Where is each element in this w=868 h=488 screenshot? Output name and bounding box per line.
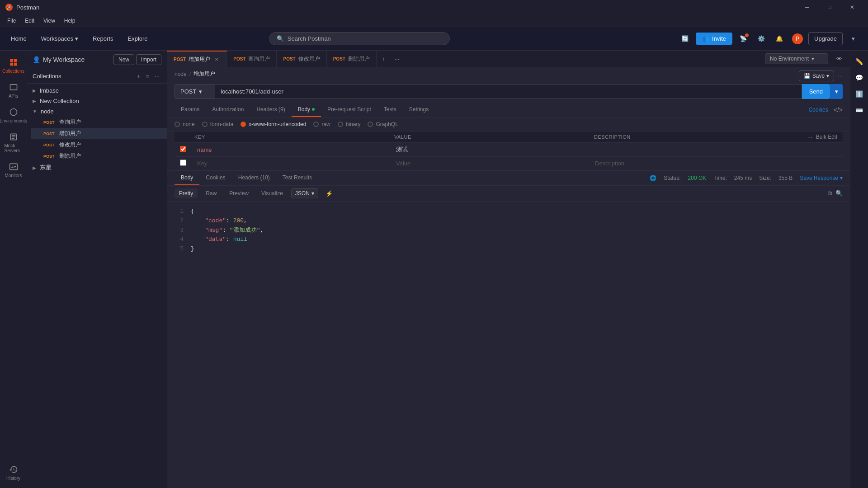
search-bar[interactable]: 🔍 Search Postman: [269, 32, 450, 45]
minimize-button[interactable]: ─: [797, 0, 817, 14]
sidebar-item-collections[interactable]: Collections: [3, 54, 24, 77]
more-tabs-icon[interactable]: ···: [391, 56, 403, 62]
resp-tab-cookies[interactable]: Cookies: [199, 171, 231, 185]
json-type-selector[interactable]: JSON ▾: [291, 188, 318, 198]
search-placeholder: Search Postman: [288, 35, 331, 42]
body-none[interactable]: none: [175, 121, 195, 127]
collection-dongxing[interactable]: ▶ 东星: [27, 162, 167, 174]
tab-settings[interactable]: Settings: [403, 103, 435, 117]
body-raw[interactable]: raw: [313, 121, 330, 127]
tab-close-icon[interactable]: ✕: [213, 56, 220, 63]
kv-desc-placeholder[interactable]: Description: [590, 157, 788, 169]
kv-key-placeholder[interactable]: Key: [192, 157, 391, 169]
endpoint-query-user[interactable]: POST 查询用户: [31, 117, 167, 128]
tab-delete-user[interactable]: POST 删除用户: [327, 51, 377, 67]
settings-icon[interactable]: ⚙️: [754, 32, 769, 46]
body-form-data[interactable]: form-data: [202, 121, 233, 127]
eye-icon[interactable]: 👁: [832, 52, 846, 66]
tab-params[interactable]: Params: [175, 103, 206, 117]
menu-help[interactable]: Help: [61, 17, 79, 25]
resp-tab-body[interactable]: Body: [175, 171, 199, 185]
nav-explore[interactable]: Explore: [124, 33, 151, 44]
comment-icon[interactable]: 💬: [852, 70, 867, 85]
right-sidebar: ✏️ 💬 ℹ️ ⌨️: [850, 51, 868, 488]
body-binary[interactable]: binary: [338, 121, 361, 127]
tab-query-user[interactable]: POST 查询用户: [227, 51, 277, 67]
postman-icon[interactable]: P: [790, 32, 805, 46]
edit-icon[interactable]: ✏️: [852, 54, 867, 69]
json-line-5: 5 }: [175, 244, 843, 254]
send-dropdown-button[interactable]: ▾: [830, 84, 843, 99]
menu-file[interactable]: File: [4, 17, 19, 25]
nav-workspaces[interactable]: Workspaces ▾: [38, 33, 82, 44]
new-button[interactable]: New: [113, 54, 134, 65]
endpoint-delete-user[interactable]: POST 删除用户: [31, 150, 167, 162]
sidebar-item-monitors[interactable]: Monitors: [3, 159, 24, 182]
more-options-icon[interactable]: ···: [838, 72, 843, 79]
environment-selector[interactable]: No Environment ▾: [765, 53, 828, 64]
tab-pre-request[interactable]: Pre-request Script: [321, 103, 377, 117]
shortcut-icon[interactable]: ⌨️: [852, 103, 867, 117]
kv-key-name[interactable]: name: [192, 144, 391, 156]
kv-value-test[interactable]: 测试: [391, 143, 590, 156]
tab-body[interactable]: Body: [292, 103, 321, 117]
tab-authorization[interactable]: Authorization: [206, 103, 250, 117]
sync-icon[interactable]: 🔄: [678, 32, 692, 46]
cookies-link[interactable]: Cookies: [808, 107, 828, 113]
add-tab-button[interactable]: +: [377, 56, 391, 62]
method-selector[interactable]: POST ▾: [175, 84, 215, 99]
collection-node-header[interactable]: ▼ node: [27, 106, 167, 117]
chevron-right-icon: ▶: [33, 165, 36, 170]
info-icon[interactable]: ℹ️: [852, 87, 867, 101]
endpoint-add-user[interactable]: POST 增加用户: [31, 128, 167, 139]
copy-icon[interactable]: ⧉: [828, 190, 832, 197]
sidebar-item-mock-servers[interactable]: Mock Servers: [3, 129, 24, 157]
satellite-icon[interactable]: 📡: [736, 32, 750, 46]
sidebar-item-environments[interactable]: Environments: [3, 104, 24, 127]
close-button[interactable]: ✕: [842, 0, 863, 14]
kv-desc-name[interactable]: [590, 147, 788, 152]
resp-tab-test-results[interactable]: Test Results: [276, 171, 318, 185]
body-urlencoded[interactable]: x-www-form-urlencoded: [241, 121, 306, 127]
filter-icon[interactable]: ⚡: [326, 190, 333, 197]
sidebar-item-apis[interactable]: APIs: [3, 79, 24, 102]
collection-lmbase[interactable]: ▶ lmbase: [27, 85, 167, 96]
menu-edit[interactable]: Edit: [21, 17, 38, 25]
format-pretty[interactable]: Pretty: [175, 188, 198, 198]
save-response-button[interactable]: Save Response ▾: [800, 175, 843, 181]
more-icon[interactable]: ···: [807, 134, 812, 141]
kv-checkbox-name[interactable]: [180, 146, 186, 152]
sidebar-item-history[interactable]: History: [3, 461, 24, 484]
invite-button[interactable]: 👥 Invite: [696, 33, 732, 45]
collection-new[interactable]: ▶ New Collection: [27, 96, 167, 106]
filter-icon[interactable]: ≡: [144, 72, 151, 80]
tab-add-user[interactable]: POST 增加用户 ✕: [167, 51, 227, 67]
format-visualize[interactable]: Visualize: [257, 188, 288, 198]
nav-home[interactable]: Home: [7, 33, 30, 44]
kv-value-placeholder[interactable]: Value: [391, 157, 590, 169]
nav-reports[interactable]: Reports: [89, 33, 117, 44]
code-icon[interactable]: </>: [834, 106, 843, 113]
format-raw[interactable]: Raw: [201, 188, 221, 198]
tab-headers[interactable]: Headers (9): [250, 103, 291, 117]
maximize-button[interactable]: □: [819, 0, 840, 14]
search-icon[interactable]: 🔍: [835, 190, 843, 197]
resp-tab-headers[interactable]: Headers (10): [232, 171, 276, 185]
menu-view[interactable]: View: [40, 17, 59, 25]
url-input[interactable]: [215, 84, 802, 99]
tab-modify-user[interactable]: POST 修改用户: [277, 51, 326, 67]
send-button[interactable]: Send: [802, 84, 830, 99]
dropdown-icon[interactable]: ▾: [846, 32, 861, 46]
kv-checkbox-placeholder[interactable]: [180, 160, 186, 166]
bell-icon[interactable]: 🔔: [772, 32, 787, 46]
body-graphql[interactable]: GraphQL: [368, 121, 398, 127]
save-button[interactable]: 💾 Save ▾: [799, 70, 834, 81]
bulk-edit-button[interactable]: Bulk Edit: [816, 134, 837, 140]
add-collection-icon[interactable]: +: [135, 72, 142, 80]
upgrade-button[interactable]: Upgrade: [808, 32, 843, 45]
endpoint-modify-user[interactable]: POST 修改用户: [31, 139, 167, 150]
import-button[interactable]: Import: [136, 54, 161, 65]
format-preview[interactable]: Preview: [225, 188, 253, 198]
more-icon[interactable]: ···: [153, 72, 161, 80]
tab-tests[interactable]: Tests: [377, 103, 403, 117]
